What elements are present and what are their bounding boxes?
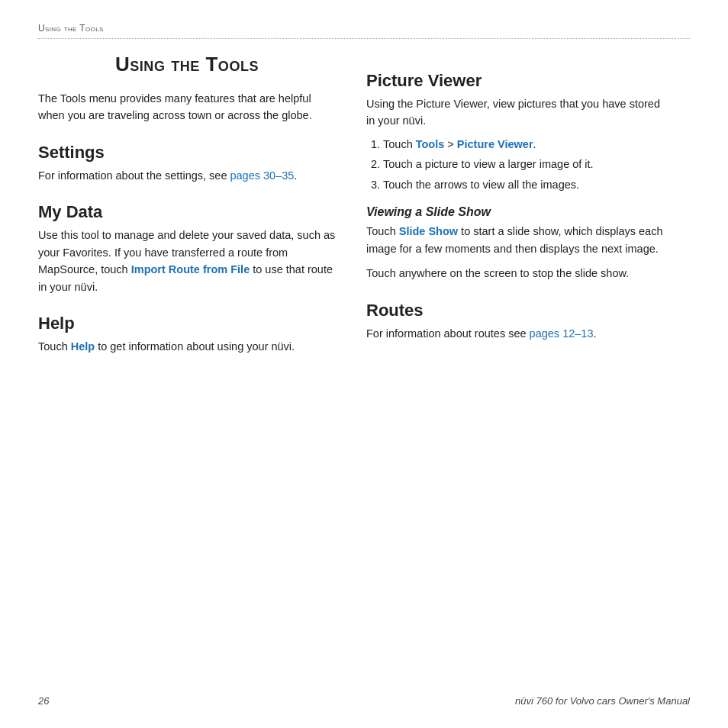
breadcrumb: Using the Tools: [38, 23, 690, 39]
slide-show-heading: Viewing a Slide Show: [366, 205, 664, 219]
settings-body: For information about the settings, see …: [38, 167, 336, 184]
my-data-body: Use this tool to manage and delete your …: [38, 227, 336, 295]
content-columns: Using the Tools The Tools menu provides …: [38, 53, 690, 356]
manual-title: nüvi 760 for Volvo cars Owner's Manual: [515, 695, 690, 707]
help-link[interactable]: Help: [71, 340, 95, 353]
settings-section: Settings For information about the setti…: [38, 143, 336, 184]
routes-heading: Routes: [366, 301, 664, 321]
routes-section: Routes For information about routes see …: [366, 301, 664, 342]
my-data-heading: My Data: [38, 202, 336, 222]
picture-viewer-link[interactable]: Picture Viewer: [457, 138, 533, 150]
slide-show-section: Viewing a Slide Show Touch Slide Show to…: [366, 205, 664, 282]
slide-show-body2: Touch anywhere on the screen to stop the…: [366, 265, 664, 282]
picture-viewer-heading: Picture Viewer: [366, 71, 664, 91]
import-route-link[interactable]: Import Route from File: [131, 263, 250, 275]
breadcrumb-text: Using the Tools: [38, 23, 104, 34]
step-2: Touch a picture to view a larger image o…: [383, 156, 664, 172]
page-number: 26: [38, 695, 49, 707]
page-title-text: Using the Tools: [115, 53, 259, 76]
routes-link[interactable]: pages 12–13: [530, 327, 594, 340]
page: Using the Tools Using the Tools The Tool…: [0, 0, 728, 728]
right-column: Picture Viewer Using the Picture Viewer,…: [366, 53, 664, 356]
help-heading: Help: [38, 314, 336, 333]
settings-heading: Settings: [38, 143, 336, 163]
routes-body: For information about routes see pages 1…: [366, 325, 664, 342]
help-section: Help Touch Help to get information about…: [38, 314, 336, 355]
left-column: Using the Tools The Tools menu provides …: [38, 53, 336, 356]
picture-viewer-section: Picture Viewer Using the Picture Viewer,…: [366, 71, 664, 193]
picture-viewer-steps: Touch Tools > Picture Viewer. Touch a pi…: [366, 136, 664, 193]
page-title: Using the Tools: [38, 53, 336, 76]
tools-link[interactable]: Tools: [416, 138, 445, 150]
my-data-section: My Data Use this tool to manage and dele…: [38, 202, 336, 295]
help-body: Touch Help to get information about usin…: [38, 338, 336, 355]
step-1: Touch Tools > Picture Viewer.: [383, 136, 664, 153]
step-3: Touch the arrows to view all the images.: [383, 176, 664, 193]
picture-viewer-body: Using the Picture Viewer, view pictures …: [366, 95, 664, 130]
footer: 26 nüvi 760 for Volvo cars Owner's Manua…: [38, 695, 690, 707]
settings-link[interactable]: pages 30–35: [230, 169, 294, 182]
slide-show-link[interactable]: Slide Show: [399, 225, 458, 237]
intro-paragraph: The Tools menu provides many features th…: [38, 90, 336, 124]
slide-show-body: Touch Slide Show to start a slide show, …: [366, 223, 664, 257]
